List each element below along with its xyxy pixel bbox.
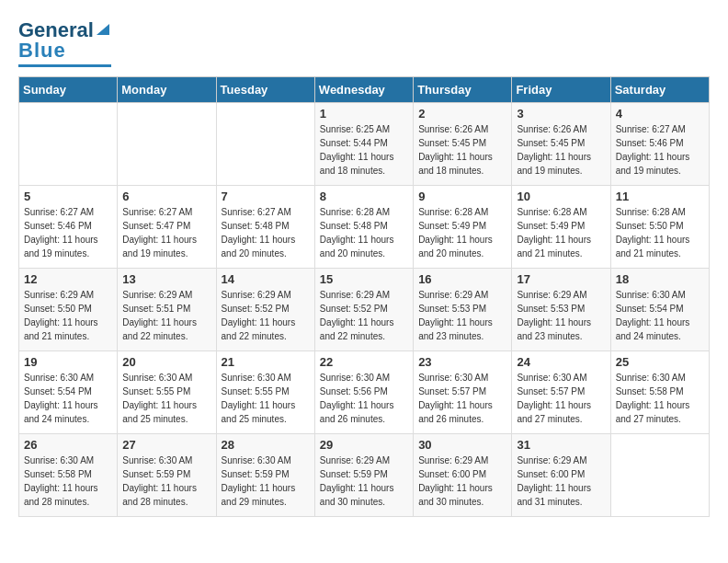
calendar-cell: 24Sunrise: 6:30 AMSunset: 5:57 PMDayligh… [512, 351, 610, 434]
calendar-cell: 9Sunrise: 6:28 AMSunset: 5:49 PMDaylight… [414, 186, 512, 269]
day-info: Sunrise: 6:29 AMSunset: 5:50 PMDaylight:… [24, 288, 112, 343]
day-number: 19 [24, 355, 112, 369]
calendar-cell: 3Sunrise: 6:26 AMSunset: 5:45 PMDaylight… [512, 103, 610, 186]
calendar-cell: 27Sunrise: 6:30 AMSunset: 5:59 PMDayligh… [118, 434, 216, 517]
day-number: 3 [517, 107, 605, 121]
days-header-row: SundayMondayTuesdayWednesdayThursdayFrid… [19, 77, 710, 103]
day-info: Sunrise: 6:29 AMSunset: 5:59 PMDaylight:… [320, 454, 408, 509]
calendar-table: SundayMondayTuesdayWednesdayThursdayFrid… [18, 76, 710, 517]
calendar-cell: 17Sunrise: 6:29 AMSunset: 5:53 PMDayligh… [512, 269, 610, 351]
calendar-cell [610, 434, 709, 517]
day-info: Sunrise: 6:30 AMSunset: 5:57 PMDaylight:… [418, 371, 506, 426]
day-info: Sunrise: 6:30 AMSunset: 5:58 PMDaylight:… [24, 454, 112, 509]
day-info: Sunrise: 6:29 AMSunset: 5:51 PMDaylight:… [122, 288, 210, 343]
day-number: 12 [24, 272, 112, 286]
header-friday: Friday [512, 77, 610, 103]
day-number: 28 [222, 438, 310, 452]
calendar-cell: 10Sunrise: 6:28 AMSunset: 5:49 PMDayligh… [512, 186, 610, 269]
header-saturday: Saturday [610, 77, 709, 103]
calendar-cell: 30Sunrise: 6:29 AMSunset: 6:00 PMDayligh… [414, 434, 512, 517]
header-wednesday: Wednesday [314, 77, 413, 103]
calendar-cell [118, 103, 216, 186]
day-info: Sunrise: 6:27 AMSunset: 5:47 PMDaylight:… [122, 205, 210, 260]
day-number: 18 [616, 272, 704, 286]
day-number: 24 [517, 355, 605, 369]
calendar-cell [19, 103, 118, 186]
header-tuesday: Tuesday [216, 77, 314, 103]
day-number: 11 [616, 190, 704, 203]
calendar-cell: 7Sunrise: 6:27 AMSunset: 5:48 PMDaylight… [216, 186, 314, 269]
day-number: 26 [24, 438, 112, 452]
calendar-cell [216, 103, 314, 186]
calendar-cell: 22Sunrise: 6:30 AMSunset: 5:56 PMDayligh… [314, 351, 413, 434]
day-number: 9 [418, 190, 506, 203]
day-number: 31 [517, 438, 605, 452]
day-number: 1 [320, 107, 408, 121]
header-thursday: Thursday [414, 77, 512, 103]
header-sunday: Sunday [19, 77, 118, 103]
day-info: Sunrise: 6:30 AMSunset: 5:59 PMDaylight:… [222, 454, 310, 509]
calendar-cell: 2Sunrise: 6:26 AMSunset: 5:45 PMDaylight… [414, 103, 512, 186]
calendar-cell: 25Sunrise: 6:30 AMSunset: 5:58 PMDayligh… [610, 351, 709, 434]
day-number: 14 [222, 272, 310, 286]
day-info: Sunrise: 6:27 AMSunset: 5:48 PMDaylight:… [222, 205, 310, 260]
day-number: 2 [418, 107, 506, 121]
day-number: 20 [122, 355, 210, 369]
logo-blue: Blue [18, 39, 66, 63]
day-info: Sunrise: 6:29 AMSunset: 5:52 PMDaylight:… [222, 288, 310, 343]
calendar-cell: 11Sunrise: 6:28 AMSunset: 5:50 PMDayligh… [610, 186, 709, 269]
day-number: 25 [616, 355, 704, 369]
svg-marker-0 [97, 24, 109, 35]
calendar-cell: 31Sunrise: 6:29 AMSunset: 6:00 PMDayligh… [512, 434, 610, 517]
logo-underline [18, 64, 111, 67]
day-info: Sunrise: 6:30 AMSunset: 5:56 PMDaylight:… [320, 371, 408, 426]
day-number: 22 [320, 355, 408, 369]
day-info: Sunrise: 6:30 AMSunset: 5:54 PMDaylight:… [24, 371, 112, 426]
week-row-5: 26Sunrise: 6:30 AMSunset: 5:58 PMDayligh… [19, 434, 710, 517]
day-number: 13 [122, 272, 210, 286]
day-info: Sunrise: 6:29 AMSunset: 5:53 PMDaylight:… [517, 288, 605, 343]
day-number: 10 [517, 190, 605, 203]
logo: General Blue [18, 18, 111, 67]
week-row-4: 19Sunrise: 6:30 AMSunset: 5:54 PMDayligh… [19, 351, 710, 434]
calendar-cell: 13Sunrise: 6:29 AMSunset: 5:51 PMDayligh… [118, 269, 216, 351]
day-number: 17 [517, 272, 605, 286]
week-row-1: 1Sunrise: 6:25 AMSunset: 5:44 PMDaylight… [19, 103, 710, 186]
week-row-3: 12Sunrise: 6:29 AMSunset: 5:50 PMDayligh… [19, 269, 710, 351]
day-info: Sunrise: 6:26 AMSunset: 5:45 PMDaylight:… [517, 122, 605, 178]
day-number: 21 [222, 355, 310, 369]
day-info: Sunrise: 6:25 AMSunset: 5:44 PMDaylight:… [320, 122, 408, 178]
day-number: 8 [320, 190, 408, 203]
logo-triangle-icon [95, 20, 111, 37]
calendar-cell: 18Sunrise: 6:30 AMSunset: 5:54 PMDayligh… [610, 269, 709, 351]
day-info: Sunrise: 6:28 AMSunset: 5:49 PMDaylight:… [517, 205, 605, 260]
day-number: 23 [418, 355, 506, 369]
calendar-cell: 14Sunrise: 6:29 AMSunset: 5:52 PMDayligh… [216, 269, 314, 351]
day-info: Sunrise: 6:28 AMSunset: 5:48 PMDaylight:… [320, 205, 408, 260]
day-number: 30 [418, 438, 506, 452]
day-number: 4 [616, 107, 704, 121]
day-info: Sunrise: 6:30 AMSunset: 5:59 PMDaylight:… [122, 454, 210, 509]
day-number: 7 [222, 190, 310, 203]
calendar-cell: 26Sunrise: 6:30 AMSunset: 5:58 PMDayligh… [19, 434, 118, 517]
day-info: Sunrise: 6:30 AMSunset: 5:54 PMDaylight:… [616, 288, 704, 343]
calendar-cell: 16Sunrise: 6:29 AMSunset: 5:53 PMDayligh… [414, 269, 512, 351]
day-info: Sunrise: 6:30 AMSunset: 5:57 PMDaylight:… [517, 371, 605, 426]
calendar-cell: 19Sunrise: 6:30 AMSunset: 5:54 PMDayligh… [19, 351, 118, 434]
day-info: Sunrise: 6:30 AMSunset: 5:58 PMDaylight:… [616, 371, 704, 426]
day-info: Sunrise: 6:27 AMSunset: 5:46 PMDaylight:… [616, 122, 704, 178]
day-info: Sunrise: 6:26 AMSunset: 5:45 PMDaylight:… [418, 122, 506, 178]
calendar-cell: 4Sunrise: 6:27 AMSunset: 5:46 PMDaylight… [610, 103, 709, 186]
calendar-cell: 28Sunrise: 6:30 AMSunset: 5:59 PMDayligh… [216, 434, 314, 517]
calendar-cell: 23Sunrise: 6:30 AMSunset: 5:57 PMDayligh… [414, 351, 512, 434]
day-info: Sunrise: 6:29 AMSunset: 6:00 PMDaylight:… [517, 454, 605, 509]
day-number: 15 [320, 272, 408, 286]
day-info: Sunrise: 6:29 AMSunset: 6:00 PMDaylight:… [418, 454, 506, 509]
week-row-2: 5Sunrise: 6:27 AMSunset: 5:46 PMDaylight… [19, 186, 710, 269]
day-info: Sunrise: 6:27 AMSunset: 5:46 PMDaylight:… [24, 205, 112, 260]
day-info: Sunrise: 6:28 AMSunset: 5:49 PMDaylight:… [418, 205, 506, 260]
day-number: 6 [122, 190, 210, 203]
calendar-cell: 1Sunrise: 6:25 AMSunset: 5:44 PMDaylight… [314, 103, 413, 186]
calendar-cell: 5Sunrise: 6:27 AMSunset: 5:46 PMDaylight… [19, 186, 118, 269]
day-number: 5 [24, 190, 112, 203]
